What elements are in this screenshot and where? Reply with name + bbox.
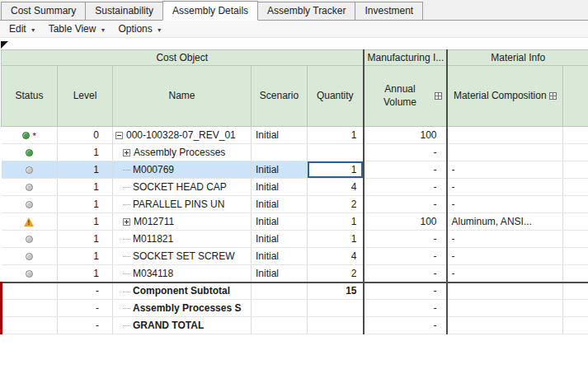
scenario-cell[interactable]: Initial [252,213,308,231]
scenario-cell[interactable]: Initial [252,161,308,179]
material-composition-cell[interactable] [447,283,563,300]
scenario-cell[interactable] [252,300,308,317]
scenario-cell[interactable]: Initial [252,248,308,265]
table-row[interactable]: 1 M034118 Initial 2 - - [2,265,588,283]
name-cell[interactable]: M000769 [113,161,252,179]
material-composition-cell[interactable] [447,127,563,144]
scenario-cell[interactable]: Initial [252,127,308,144]
annual-volume-cell[interactable]: 100 [364,213,447,231]
table-row[interactable]: 1 SOCKET HEAD CAP Initial 4 - - [2,179,588,196]
quantity-cell[interactable] [308,300,364,317]
material-composition-cell[interactable]: - [447,161,563,179]
name-cell[interactable]: M034118 [113,265,252,283]
material-composition-cell[interactable]: - [447,196,563,213]
table-row[interactable]: 1 PARALLEL PINS UN Initial 2 - - [2,196,588,213]
quantity-cell[interactable]: 1 [308,161,364,179]
quantity-cell[interactable]: 2 [308,265,364,283]
table-grid-icon[interactable] [435,92,442,100]
scenario-cell[interactable]: Initial [252,231,308,248]
name-cell[interactable]: Assembly Processes [113,144,252,161]
table-row[interactable]: 1 M012711 Initial 1 100 Aluminum, ANSI..… [2,213,588,231]
status-cell [2,300,58,317]
material-composition-cell[interactable]: - [447,179,563,196]
quantity-cell[interactable] [308,144,364,161]
quantity-cell[interactable]: 15 [308,283,364,300]
column-header-status[interactable]: Status [2,66,58,127]
material-composition-cell[interactable] [447,144,563,161]
annual-volume-cell[interactable]: - [364,317,447,334]
annual-volume-cell[interactable]: - [364,248,447,265]
table-row[interactable]: - Assembly Processes S - [2,300,588,317]
name-cell[interactable]: Assembly Processes S [113,300,252,317]
column-header-name[interactable]: Name [113,66,252,127]
scenario-cell[interactable] [252,283,308,300]
quantity-cell[interactable]: 4 [308,248,364,265]
annual-volume-cell[interactable]: - [364,161,447,179]
corner-marker-icon[interactable] [1,41,8,49]
tab-cost-summary[interactable]: Cost Summary [1,2,86,20]
table-row[interactable]: - GRAND TOTAL - [2,317,588,334]
tree-collapse-icon[interactable] [115,132,123,139]
material-composition-cell[interactable]: - [447,265,563,283]
name-cell[interactable]: GRAND TOTAL [113,317,252,334]
quantity-cell[interactable]: 1 [308,231,364,248]
material-composition-cell[interactable]: Aluminum, ANSI... [447,213,563,231]
name-cell[interactable]: SOCKET SET SCREW [113,248,252,265]
tab-investment[interactable]: Investment [355,2,423,20]
material-composition-cell[interactable]: - [447,248,563,265]
menu-table-view[interactable]: Table View ▼ [44,21,114,36]
table-row[interactable]: - Component Subtotal 15 - [2,283,588,300]
material-composition-cell[interactable] [447,317,563,334]
quantity-cell[interactable] [308,317,364,334]
annual-volume-cell[interactable]: - [364,179,447,196]
tree-expand-icon[interactable] [123,218,130,226]
table-grid-icon[interactable] [549,92,557,100]
menu-options-label: Options [118,23,152,35]
annual-volume-cell[interactable]: - [364,231,447,248]
table-row[interactable]: 1 M000769 Initial 1 - - [2,161,588,179]
name-cell[interactable]: PARALLEL PINS UN [113,196,252,213]
column-header-scenario[interactable]: Scenario [252,66,308,127]
name-cell[interactable]: 000-100328-07_REV_01 [113,127,252,144]
menu-edit[interactable]: Edit ▼ [4,21,44,36]
name-text: SOCKET HEAD CAP [133,181,227,193]
name-cell[interactable]: Component Subtotal [113,283,252,300]
annual-volume-cell[interactable]: - [364,283,447,300]
quantity-cell[interactable]: 2 [308,196,364,213]
annual-volume-cell[interactable]: 100 [364,127,447,144]
tree-expand-icon[interactable] [123,149,130,156]
table-row[interactable]: 1 SOCKET SET SCREW Initial 4 - - [2,248,588,265]
quantity-cell[interactable]: 4 [308,179,364,196]
column-header-label: Status [15,90,43,103]
column-header-annual-volume[interactable]: Annual Volume [364,66,447,127]
scenario-cell[interactable]: Initial [252,196,308,213]
scenario-cell[interactable] [252,144,308,161]
level-cell: 1 [58,265,113,283]
scenario-cell[interactable] [252,317,308,334]
column-header-blank[interactable] [563,66,588,127]
annual-volume-cell[interactable]: - [364,144,447,161]
column-header-level[interactable]: Level [58,66,113,127]
annual-volume-cell[interactable]: - [364,300,447,317]
table-row[interactable]: 1 M011821 Initial 1 - - [2,231,588,248]
quantity-cell[interactable]: 1 [308,213,364,231]
name-cell[interactable]: M012711 [113,213,252,231]
annual-volume-cell[interactable]: - [364,265,447,283]
menu-options[interactable]: Options ▼ [113,21,169,36]
table-row[interactable]: * 0 000-100328-07_REV_01 Initial 1 100 [2,127,588,144]
column-header-quantity[interactable]: Quantity [308,66,364,127]
tab-assembly-details[interactable]: Assembly Details [162,1,258,21]
material-composition-cell[interactable] [447,300,563,317]
name-cell[interactable]: M011821 [113,231,252,248]
status-cell: * [2,127,58,144]
tab-sustainability[interactable]: Sustainability [85,2,163,20]
annual-volume-cell[interactable]: - [364,196,447,213]
scenario-cell[interactable]: Initial [252,179,308,196]
material-composition-cell[interactable]: - [447,231,563,248]
quantity-cell[interactable]: 1 [308,127,364,144]
tab-assembly-tracker[interactable]: Assembly Tracker [257,2,355,20]
name-cell[interactable]: SOCKET HEAD CAP [113,179,252,196]
column-header-material-composition[interactable]: Material Composition [447,66,563,127]
scenario-cell[interactable]: Initial [252,265,308,283]
table-row[interactable]: 1 Assembly Processes - [2,144,588,161]
